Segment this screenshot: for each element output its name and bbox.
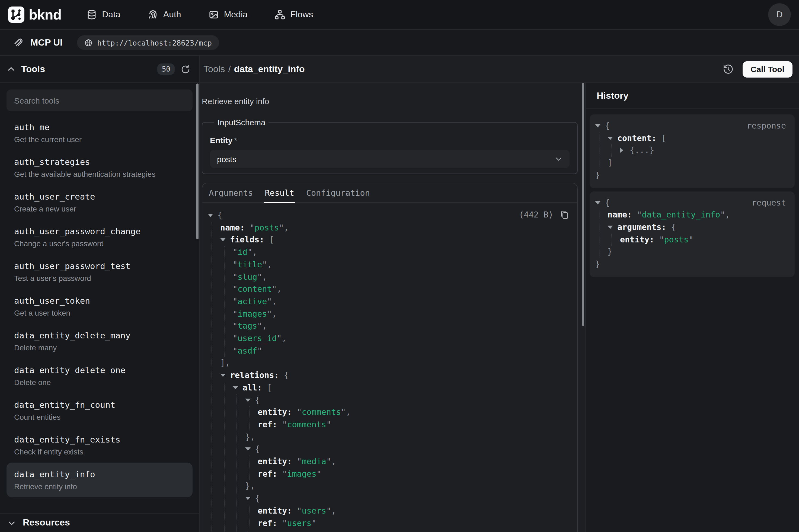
sidebar-section-resources[interactable]: Resources [0,513,199,532]
tab-arguments[interactable]: Arguments [209,183,253,202]
history-list: response{content: [{...}]}request{name: … [586,109,799,277]
required-mark: * [234,136,237,145]
history-entry-request[interactable]: request{name: "data_entity_info",argumen… [590,191,795,277]
brand-name: bknd [29,6,61,23]
tree-collapse-icon[interactable] [220,234,230,246]
json-string: posts [664,234,689,244]
tab-bar: ArgumentsResultConfiguration [202,183,577,203]
json-key: ref: [258,469,277,479]
breadcrumb-section[interactable]: Tools [204,64,225,75]
json-quote: " [311,518,317,528]
avatar[interactable]: D [768,3,791,26]
content-row: Retrieve entity info InputSchema Entity*… [199,83,799,532]
sidebar-tool-auth_strategies[interactable]: auth_strategiesGet the available authent… [6,150,193,185]
chevron-up-icon[interactable] [7,65,15,73]
json-comma: , [267,260,272,269]
sidebar-tool-data_entity_delete_one[interactable]: data_entity_delete_oneDelete one [6,359,193,393]
json-quote: " [341,407,346,417]
json-quote: " [257,272,262,282]
json-bracket: }, [245,481,255,491]
nav-media[interactable]: Media [208,9,248,20]
json-key: arguments: [617,222,666,232]
tab-result[interactable]: Result [265,183,294,202]
nav-auth[interactable]: Auth [148,9,181,20]
json-key: name: [220,223,245,232]
json-quote: " [282,518,287,528]
tools-header[interactable]: Tools 50 [0,56,199,83]
tree-collapse-icon[interactable] [608,221,617,233]
json-row: } [595,169,787,182]
tools-list-container: auth_meGet the current userauth_strategi… [0,83,199,513]
tool-desc: Count entities [14,412,185,422]
json-string: data_entity_info [642,210,720,220]
nav-flows[interactable]: Flows [275,9,313,20]
tree-collapse-icon[interactable] [208,209,217,222]
tree-collapse-icon[interactable] [233,382,243,394]
breadcrumb: Tools / data_entity_info [204,64,305,75]
top-nav: DataAuthMediaFlows [86,9,313,20]
tree-collapse-icon[interactable] [245,394,255,406]
json-quote: " [233,272,237,282]
history-icon[interactable] [723,63,734,75]
sidebar-tool-auth_user_password_test[interactable]: auth_user_password_testTest a user's pas… [6,254,193,289]
nav-label: Media [224,10,248,20]
call-tool-button[interactable]: Call Tool [743,61,793,77]
json-bracket: {...} [630,146,654,155]
json-quote: " [326,457,331,467]
tool-name: auth_user_token [14,294,185,307]
sidebar-tool-auth_user_token[interactable]: auth_user_tokenGet a user token [6,289,193,324]
json-comma: , [346,407,351,417]
json-row: "id", [233,246,570,259]
json-bracket: } [245,531,250,532]
json-string: posts [254,223,279,232]
json-quote: " [689,234,693,244]
tools-title: Tools [21,64,45,75]
sidebar-tool-data_entity_fn_exists[interactable]: data_entity_fn_existsCheck if entity exi… [6,428,193,462]
json-quote: " [720,210,725,220]
tree-collapse-icon[interactable] [220,369,230,381]
json-children: name: "data_entity_info",arguments: {ent… [599,209,787,258]
json-row: "content", [233,283,570,295]
history-title: History [586,83,799,109]
main-scrollbar-thumb[interactable] [582,83,584,326]
tool-name: data_entity_delete_one [14,364,185,377]
tool-desc: Test a user's password [14,273,185,284]
tool-desc: Get a user token [14,308,185,318]
brand[interactable]: bknd [8,6,61,23]
json-key: ref: [258,518,277,528]
tab-configuration[interactable]: Configuration [306,183,370,202]
copy-icon[interactable] [559,209,570,220]
tree-collapse-icon[interactable] [245,443,255,456]
json-comma: , [262,321,267,331]
refresh-icon[interactable] [180,64,190,74]
result-json-tree: {name: "posts",fields: ["id","title","sl… [208,209,570,532]
sidebar-tool-auth_me[interactable]: auth_meGet the current user [6,115,193,150]
sidebar-tool-data_entity_info[interactable]: data_entity_infoRetrieve entity info [6,462,193,497]
nav-data[interactable]: Data [86,9,120,20]
main-header: Tools / data_entity_info Call Tool [199,56,799,83]
json-row: } [245,530,570,532]
tool-detail-pane: Retrieve entity info InputSchema Entity*… [199,83,585,532]
mcp-url-chip[interactable]: http://localhost:28623/mcp [77,35,219,50]
sidebar-tool-auth_user_create[interactable]: auth_user_createCreate a new user [6,185,193,220]
sidebar-tool-data_entity_fn_count[interactable]: data_entity_fn_countCount entities [6,393,193,428]
tool-desc: Change a user's password [14,239,185,249]
tree-collapse-icon[interactable] [595,120,605,132]
json-quote: " [233,260,237,269]
tree-collapse-icon[interactable] [595,196,605,209]
json-string: asdf [237,346,257,356]
search-input[interactable] [6,90,193,111]
tree-expand-icon[interactable] [620,145,630,157]
tree-collapse-icon[interactable] [245,492,255,505]
sidebar-tool-data_entity_delete_many[interactable]: data_entity_delete_manyDelete many [6,324,193,359]
json-bracket: { [255,395,260,405]
history-entry-response[interactable]: response{content: [{...}]} [590,114,795,188]
tree-collapse-icon[interactable] [608,132,617,144]
json-bracket: { [605,121,610,131]
json-comma: , [725,210,730,220]
sidebar-scrollbar-thumb[interactable] [196,83,198,239]
json-quote: " [279,223,284,232]
entity-select[interactable]: posts [210,150,570,168]
json-bracket: } [595,170,600,180]
sidebar-tool-auth_user_password_change[interactable]: auth_user_password_changeChange a user's… [6,220,193,254]
